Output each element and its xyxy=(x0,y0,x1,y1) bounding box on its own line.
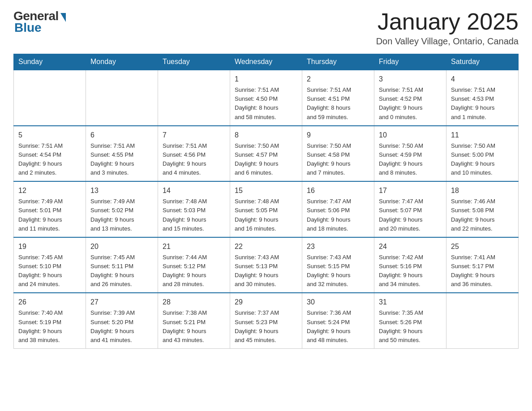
calendar-header-row: Sunday Monday Tuesday Wednesday Thursday… xyxy=(14,54,519,70)
table-row: 2Sunrise: 7:51 AMSunset: 4:51 PMDaylight… xyxy=(302,70,374,126)
day-info: Sunrise: 7:35 AMSunset: 5:26 PMDaylight:… xyxy=(379,308,442,345)
day-info: Sunrise: 7:51 AMSunset: 4:55 PMDaylight:… xyxy=(90,141,153,178)
day-info: Sunrise: 7:38 AMSunset: 5:21 PMDaylight:… xyxy=(163,308,225,345)
day-info: Sunrise: 7:45 AMSunset: 5:11 PMDaylight:… xyxy=(90,253,153,289)
table-row: 12Sunrise: 7:49 AMSunset: 5:01 PMDayligh… xyxy=(14,181,86,237)
col-tuesday: Tuesday xyxy=(158,54,230,70)
table-row: 1Sunrise: 7:51 AMSunset: 4:50 PMDaylight… xyxy=(230,70,302,126)
table-row: 11Sunrise: 7:50 AMSunset: 5:00 PMDayligh… xyxy=(446,126,519,182)
day-info: Sunrise: 7:49 AMSunset: 5:01 PMDaylight:… xyxy=(18,197,81,233)
day-number: 1 xyxy=(235,74,297,85)
table-row: 5Sunrise: 7:51 AMSunset: 4:54 PMDaylight… xyxy=(14,126,86,182)
table-row: 10Sunrise: 7:50 AMSunset: 4:59 PMDayligh… xyxy=(374,126,446,182)
day-number: 8 xyxy=(235,130,297,141)
day-number: 29 xyxy=(235,297,297,308)
day-info: Sunrise: 7:40 AMSunset: 5:19 PMDaylight:… xyxy=(18,308,81,345)
table-row: 9Sunrise: 7:50 AMSunset: 4:58 PMDaylight… xyxy=(302,126,374,182)
col-wednesday: Wednesday xyxy=(230,54,302,70)
day-number: 27 xyxy=(90,297,153,308)
table-row: 6Sunrise: 7:51 AMSunset: 4:55 PMDaylight… xyxy=(86,126,158,182)
table-row xyxy=(14,70,86,126)
table-row: 23Sunrise: 7:43 AMSunset: 5:15 PMDayligh… xyxy=(302,237,374,293)
col-thursday: Thursday xyxy=(302,54,374,70)
day-info: Sunrise: 7:51 AMSunset: 4:50 PMDaylight:… xyxy=(235,86,297,122)
day-info: Sunrise: 7:39 AMSunset: 5:20 PMDaylight:… xyxy=(90,308,153,345)
table-row: 25Sunrise: 7:41 AMSunset: 5:17 PMDayligh… xyxy=(446,237,519,293)
calendar-week-row: 12Sunrise: 7:49 AMSunset: 5:01 PMDayligh… xyxy=(14,181,519,237)
table-row: 14Sunrise: 7:48 AMSunset: 5:03 PMDayligh… xyxy=(158,181,230,237)
col-sunday: Sunday xyxy=(14,54,86,70)
month-year-title: January 2025 xyxy=(376,9,519,34)
table-row: 26Sunrise: 7:40 AMSunset: 5:19 PMDayligh… xyxy=(14,293,86,348)
calendar-week-row: 26Sunrise: 7:40 AMSunset: 5:19 PMDayligh… xyxy=(14,293,519,348)
day-number: 25 xyxy=(451,241,514,252)
table-row xyxy=(446,293,519,348)
table-row: 4Sunrise: 7:51 AMSunset: 4:53 PMDaylight… xyxy=(446,70,519,126)
day-info: Sunrise: 7:50 AMSunset: 5:00 PMDaylight:… xyxy=(451,141,514,178)
day-number: 26 xyxy=(18,297,81,308)
table-row: 17Sunrise: 7:47 AMSunset: 5:07 PMDayligh… xyxy=(374,181,446,237)
table-row: 7Sunrise: 7:51 AMSunset: 4:56 PMDaylight… xyxy=(158,126,230,182)
table-row: 16Sunrise: 7:47 AMSunset: 5:06 PMDayligh… xyxy=(302,181,374,237)
day-number: 16 xyxy=(307,185,369,196)
page-header: General Blue January 2025 Don Valley Vil… xyxy=(13,9,519,47)
day-number: 9 xyxy=(307,130,369,141)
col-monday: Monday xyxy=(86,54,158,70)
day-number: 31 xyxy=(379,297,442,308)
day-info: Sunrise: 7:50 AMSunset: 4:58 PMDaylight:… xyxy=(307,141,369,178)
day-info: Sunrise: 7:51 AMSunset: 4:52 PMDaylight:… xyxy=(379,86,442,122)
calendar-week-row: 19Sunrise: 7:45 AMSunset: 5:10 PMDayligh… xyxy=(14,237,519,293)
day-info: Sunrise: 7:44 AMSunset: 5:12 PMDaylight:… xyxy=(163,253,225,289)
table-row: 27Sunrise: 7:39 AMSunset: 5:20 PMDayligh… xyxy=(86,293,158,348)
location-subtitle: Don Valley Village, Ontario, Canada xyxy=(376,36,519,47)
day-info: Sunrise: 7:51 AMSunset: 4:51 PMDaylight:… xyxy=(307,86,369,122)
table-row: 15Sunrise: 7:48 AMSunset: 5:05 PMDayligh… xyxy=(230,181,302,237)
table-row: 13Sunrise: 7:49 AMSunset: 5:02 PMDayligh… xyxy=(86,181,158,237)
table-row: 8Sunrise: 7:50 AMSunset: 4:57 PMDaylight… xyxy=(230,126,302,182)
day-info: Sunrise: 7:47 AMSunset: 5:07 PMDaylight:… xyxy=(379,197,442,233)
day-number: 28 xyxy=(163,297,225,308)
title-block: January 2025 Don Valley Village, Ontario… xyxy=(376,9,519,47)
day-number: 23 xyxy=(307,241,369,252)
day-number: 24 xyxy=(379,241,442,252)
day-number: 4 xyxy=(451,74,514,85)
calendar-week-row: 5Sunrise: 7:51 AMSunset: 4:54 PMDaylight… xyxy=(14,126,519,182)
table-row: 19Sunrise: 7:45 AMSunset: 5:10 PMDayligh… xyxy=(14,237,86,293)
day-info: Sunrise: 7:43 AMSunset: 5:13 PMDaylight:… xyxy=(235,253,297,289)
day-number: 18 xyxy=(451,185,514,196)
day-info: Sunrise: 7:51 AMSunset: 4:56 PMDaylight:… xyxy=(163,141,225,178)
calendar-week-row: 1Sunrise: 7:51 AMSunset: 4:50 PMDaylight… xyxy=(14,70,519,126)
day-number: 11 xyxy=(451,130,514,141)
table-row: 20Sunrise: 7:45 AMSunset: 5:11 PMDayligh… xyxy=(86,237,158,293)
day-number: 10 xyxy=(379,130,442,141)
day-info: Sunrise: 7:48 AMSunset: 5:03 PMDaylight:… xyxy=(163,197,225,233)
table-row: 18Sunrise: 7:46 AMSunset: 5:08 PMDayligh… xyxy=(446,181,519,237)
day-number: 15 xyxy=(235,185,297,196)
day-number: 5 xyxy=(18,130,81,141)
day-info: Sunrise: 7:46 AMSunset: 5:08 PMDaylight:… xyxy=(451,197,514,233)
col-friday: Friday xyxy=(374,54,446,70)
table-row: 3Sunrise: 7:51 AMSunset: 4:52 PMDaylight… xyxy=(374,70,446,126)
table-row: 21Sunrise: 7:44 AMSunset: 5:12 PMDayligh… xyxy=(158,237,230,293)
day-number: 22 xyxy=(235,241,297,252)
table-row xyxy=(158,70,230,126)
day-info: Sunrise: 7:49 AMSunset: 5:02 PMDaylight:… xyxy=(90,197,153,233)
logo: General Blue xyxy=(13,9,66,35)
day-number: 13 xyxy=(90,185,153,196)
day-number: 3 xyxy=(379,74,442,85)
calendar-table: Sunday Monday Tuesday Wednesday Thursday… xyxy=(13,54,519,349)
day-number: 6 xyxy=(90,130,153,141)
day-info: Sunrise: 7:43 AMSunset: 5:15 PMDaylight:… xyxy=(307,253,369,289)
logo-blue-text: Blue xyxy=(14,21,42,35)
day-info: Sunrise: 7:36 AMSunset: 5:24 PMDaylight:… xyxy=(307,308,369,345)
day-number: 14 xyxy=(163,185,225,196)
table-row: 31Sunrise: 7:35 AMSunset: 5:26 PMDayligh… xyxy=(374,293,446,348)
day-number: 21 xyxy=(163,241,225,252)
table-row: 29Sunrise: 7:37 AMSunset: 5:23 PMDayligh… xyxy=(230,293,302,348)
day-number: 19 xyxy=(18,241,81,252)
day-number: 30 xyxy=(307,297,369,308)
day-info: Sunrise: 7:37 AMSunset: 5:23 PMDaylight:… xyxy=(235,308,297,345)
day-number: 17 xyxy=(379,185,442,196)
day-info: Sunrise: 7:51 AMSunset: 4:54 PMDaylight:… xyxy=(18,141,81,178)
day-info: Sunrise: 7:50 AMSunset: 4:57 PMDaylight:… xyxy=(235,141,297,178)
